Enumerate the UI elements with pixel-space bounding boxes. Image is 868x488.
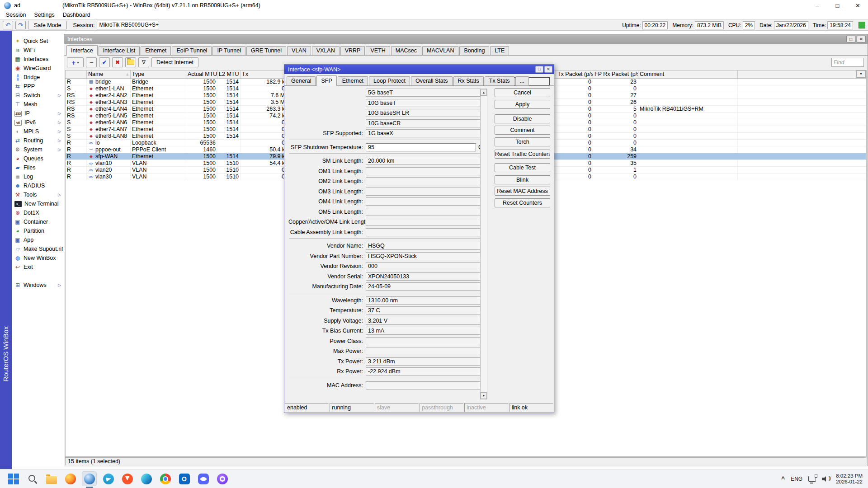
sidebar-item-wifi[interactable]: ≋WiFi — [12, 46, 64, 55]
column-header-col-0[interactable] — [66, 70, 87, 78]
column-header-actual-mtu[interactable]: Actual MTU — [186, 70, 217, 78]
sidebar-item-quick-set[interactable]: ✦Quick Set — [12, 37, 64, 46]
column-header-tx-packet-p-s[interactable]: Tx Packet (p/s) — [556, 70, 593, 78]
session-input[interactable]: MikroTik RB5009UG+S+ — [97, 21, 159, 29]
interfaces-tab-lte[interactable]: LTE — [490, 46, 509, 55]
column-header-col-10[interactable] — [738, 70, 866, 78]
clock[interactable]: 8:02:23 PM 2026-01-22 — [836, 473, 863, 485]
column-header-type[interactable]: Type — [131, 70, 186, 78]
maximize-icon[interactable]: □ — [827, 0, 848, 11]
dialog-titlebar[interactable]: Interface <sfp-WAN> □ ✕ — [284, 65, 554, 74]
sidebar-item-new-terminal[interactable]: >_New Terminal — [12, 199, 64, 208]
interfaces-tab-vrrp[interactable]: VRRP — [340, 46, 365, 55]
find-input[interactable]: Find — [831, 58, 864, 67]
tray-expand-icon[interactable]: ^ — [781, 475, 785, 483]
close-icon[interactable]: ✕ — [848, 0, 868, 11]
scroll-down-icon[interactable]: ▼ — [481, 392, 487, 399]
taskbar-app-loop[interactable] — [215, 471, 230, 486]
taskbar-app-discord[interactable] — [196, 471, 211, 486]
sidebar-item-dot1x[interactable]: ⊗Dot1X — [12, 208, 64, 217]
column-chooser-button[interactable]: ▼ — [856, 70, 866, 78]
sidebar-item-files[interactable]: ▰Files — [12, 163, 64, 172]
sidebar-item-switch[interactable]: ⊟Switch▷ — [12, 91, 64, 100]
redo-button[interactable]: ↷ — [15, 21, 26, 29]
interfaces-tab-gre-tunnel[interactable]: GRE Tunnel — [246, 46, 286, 55]
add-button[interactable]: + ▾ — [67, 57, 84, 67]
dialog-button-torch[interactable]: Torch — [495, 137, 550, 146]
close-window-icon[interactable]: ✕ — [857, 36, 866, 42]
dialog-button-cancel[interactable]: Cancel — [495, 88, 550, 97]
sidebar-item-ppp[interactable]: ⇆PPP — [12, 82, 64, 91]
field-value-sfp-shutdown-temperature[interactable]: 95 — [366, 143, 476, 151]
sidebar-item-mpls[interactable]: ◐MPLS▷ — [12, 127, 64, 136]
sidebar-item-log[interactable]: ≣Log — [12, 172, 64, 181]
taskbar-app-chrome[interactable] — [158, 471, 173, 486]
sidebar-item-bridge[interactable]: ╬Bridge — [12, 73, 64, 82]
detect-internet-button[interactable]: Detect Internet — [151, 57, 198, 67]
interfaces-tab-ethernet[interactable]: Ethernet — [141, 46, 171, 55]
taskbar-app-search[interactable] — [25, 471, 40, 486]
filter-button[interactable]: ∇ — [138, 57, 149, 67]
form-scrollbar[interactable]: ▲ ▼ — [480, 89, 487, 399]
minimize-icon[interactable]: – — [807, 0, 827, 11]
sidebar-item-partition[interactable]: ◕Partition — [12, 226, 64, 235]
menu-session[interactable]: Session — [2, 11, 30, 19]
interfaces-tab-macsec[interactable]: MACsec — [391, 46, 421, 55]
dialog-tab-overall-stats[interactable]: Overall Stats — [411, 76, 453, 85]
interfaces-tab-ip-tunnel[interactable]: IP Tunnel — [212, 46, 245, 55]
sidebar-item-system[interactable]: ⚙System▷ — [12, 145, 64, 154]
menu-settings[interactable]: Settings — [30, 11, 58, 19]
dialog-tab-rx-stats[interactable]: Rx Stats — [453, 76, 484, 85]
taskbar-app-explorer[interactable] — [44, 471, 59, 486]
column-header-l2-mtu[interactable]: L2 MTU — [217, 70, 241, 78]
network-icon[interactable] — [808, 476, 816, 482]
interfaces-tab-interface[interactable]: Interface — [66, 45, 98, 56]
sidebar-item-interfaces[interactable]: ▦Interfaces — [12, 55, 64, 64]
dialog-button-comment[interactable]: Comment — [495, 126, 550, 135]
enable-button[interactable]: ✔ — [99, 57, 110, 67]
interfaces-tab-veth[interactable]: VETH — [366, 46, 390, 55]
interfaces-tab-vxlan[interactable]: VXLAN — [312, 46, 340, 55]
interfaces-tab-vlan[interactable]: VLAN — [287, 46, 311, 55]
taskbar-app-winbox[interactable] — [82, 471, 97, 486]
taskbar-app-brave[interactable] — [120, 471, 135, 486]
sidebar-item-ip[interactable]: 255IP▷ — [12, 109, 64, 118]
taskbar-app-outlook[interactable]: O — [177, 471, 192, 486]
taskbar-app-firefox[interactable] — [63, 471, 78, 486]
remove-button[interactable]: − — [86, 57, 97, 67]
column-header-tx[interactable]: Tx — [241, 70, 287, 78]
interfaces-tab-bonding[interactable]: Bonding — [459, 46, 489, 55]
dialog-button-reset-counters[interactable]: Reset Counters — [495, 198, 550, 207]
dialog-tab-ethernet[interactable]: Ethernet — [338, 76, 368, 85]
interfaces-window-titlebar[interactable]: Interfaces □ ✕ — [64, 34, 868, 44]
taskbar-app-start[interactable] — [6, 471, 21, 486]
sidebar-item-radius[interactable]: ☻RADIUS — [12, 181, 64, 190]
interfaces-tab-eoip-tunnel[interactable]: EoIP Tunnel — [172, 46, 212, 55]
menu-dashboard[interactable]: Dashboard — [59, 11, 94, 19]
sidebar-item-windows[interactable]: ⊞Windows▷ — [12, 281, 64, 290]
column-header-fp-rx-packet-p-s[interactable]: FP Rx Packet (p/s) — [593, 70, 638, 78]
dialog-button-reset-traffic-counters[interactable]: Reset Traffic Counters — [495, 150, 550, 159]
sidebar-item-app[interactable]: ▣App — [12, 235, 64, 244]
scroll-up-icon[interactable]: ▲ — [481, 89, 487, 96]
taskbar-app-telegram[interactable] — [101, 471, 116, 486]
column-header-comment[interactable]: Comment — [638, 70, 738, 78]
sidebar-item-mesh[interactable]: ⊤Mesh — [12, 100, 64, 109]
taskbar-app-edge[interactable] — [139, 471, 154, 486]
dialog-maximize-icon[interactable]: □ — [535, 66, 543, 73]
sidebar-item-tools[interactable]: ⚒Tools▷ — [12, 190, 64, 199]
dialog-tab-sfp[interactable]: SFP — [316, 75, 336, 86]
interfaces-tab-interface-list[interactable]: Interface List — [99, 46, 140, 55]
dialog-tab-item[interactable]: ... — [515, 76, 529, 85]
dialog-button-disable[interactable]: Disable — [495, 114, 550, 123]
dialog-button-apply[interactable]: Apply — [495, 100, 550, 109]
sidebar-item-new-winbox[interactable]: ◍New WinBox — [12, 253, 64, 263]
dialog-tab-general[interactable]: General — [287, 76, 316, 85]
sidebar-item-ipv6[interactable]: v6IPv6▷ — [12, 118, 64, 127]
dialog-close-icon[interactable]: ✕ — [544, 66, 552, 73]
dialog-tab-loop-protect[interactable]: Loop Protect — [369, 76, 410, 85]
sidebar-item-exit[interactable]: ↩Exit — [12, 263, 64, 272]
dialog-button-reset-mac-address[interactable]: Reset MAC Address — [495, 187, 550, 196]
sidebar-item-wireguard[interactable]: ◉WireGuard — [12, 64, 64, 73]
restore-icon[interactable]: □ — [846, 36, 855, 42]
